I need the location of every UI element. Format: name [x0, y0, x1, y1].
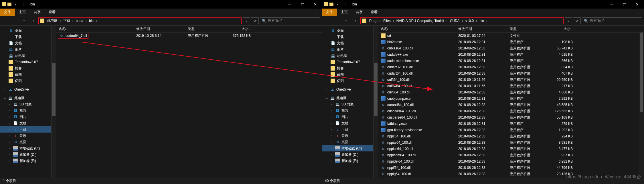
file-row[interactable]: ⚙cudnn64_7.dll 2019-10-28 6:14 应用程序扩展 37…	[56, 33, 322, 39]
col-date[interactable]: 修改日期	[458, 27, 510, 31]
list-scrollbar[interactable]	[639, 33, 644, 178]
breadcrumb-segment[interactable]: 下载	[62, 18, 71, 23]
file-row[interactable]: ⚙nppidei64_100.dll 2018-08-26 12:33 应用程序…	[378, 158, 644, 165]
sidebar-item[interactable]: ›🖼图片	[322, 114, 373, 120]
sidebar-item[interactable]: ›↓下载	[322, 126, 373, 133]
sidebar-item[interactable]: ›新加卷 (D:)	[322, 151, 373, 158]
nav-history-icon[interactable]: ▼	[20, 17, 28, 25]
file-row[interactable]: ⚙cublas64_100.dll 2018-08-26 12:33 应用程序扩…	[378, 45, 644, 51]
sidebar-item[interactable]: 截图	[322, 71, 373, 78]
sidebar-item[interactable]: ›🖼视频	[0, 107, 51, 114]
history-dropdown-icon[interactable]: ⌄	[243, 17, 250, 24]
col-name[interactable]: 名称	[381, 27, 458, 31]
sidebar-item[interactable]: ›♪音乐	[322, 133, 373, 139]
file-row[interactable]: cudafe++.exe 2018-08-26 12:31 应用程序 4,015…	[378, 51, 644, 58]
sidebar-item[interactable]: ›🖥桌面	[322, 139, 373, 145]
file-row[interactable]: ⚙nppicom64_100.dll 2018-08-26 12:33 应用程序…	[378, 152, 644, 158]
nav-forward-button[interactable]: →	[11, 17, 19, 25]
breadcrumb-segment[interactable]: NVIDIA GPU Computing Toolkit	[395, 19, 445, 23]
refresh-button[interactable]: ⟳	[251, 17, 259, 24]
sidebar-scrollbar[interactable]	[374, 26, 378, 178]
maximize-button[interactable]: ▢	[296, 0, 309, 9]
tab-share[interactable]: 共享	[30, 9, 45, 16]
nav-history-icon[interactable]: ▼	[342, 17, 350, 25]
file-row[interactable]: bin2c.exe 2018-08-26 12:31 应用程序 198 KB	[378, 39, 644, 45]
sidebar-item[interactable]: 博客	[322, 65, 373, 71]
breadcrumb-segment[interactable]: bin	[88, 19, 95, 23]
sidebar-item[interactable]: ›新加卷 (F:)	[322, 158, 373, 164]
minimize-button[interactable]: —	[605, 0, 618, 9]
breadcrumb-segment[interactable]: CUDA	[449, 19, 461, 23]
sidebar-onedrive[interactable]: ›☁OneDrive	[322, 86, 373, 93]
nav-up-button[interactable]: ↑	[29, 17, 37, 25]
navigation-sidebar[interactable]: 🖥桌面↓下载📄文档🖼图片💻此电脑Tensorflow2.07博客截图亿图›☁On…	[0, 26, 52, 178]
sidebar-item[interactable]: ›新加卷 (D:)	[0, 151, 51, 158]
file-row[interactable]: fatbinary.exe 2018-08-26 12:31 应用程序 279 …	[378, 121, 644, 127]
sidebar-item[interactable]: 💻此电脑	[0, 53, 51, 59]
col-type[interactable]: 类型	[188, 27, 222, 31]
sidebar-item[interactable]: Tensorflow2.07	[0, 59, 51, 65]
sidebar-item[interactable]: ›🖼视频	[322, 107, 373, 114]
sidebar-item[interactable]: 🖥桌面	[322, 27, 373, 34]
ribbon-expand-icon[interactable]: ⌄	[633, 9, 644, 16]
breadcrumb-bar[interactable]: 此电脑›下载›cuda›bin›	[38, 17, 242, 24]
sidebar-item[interactable]: 截图	[0, 71, 51, 78]
tab-home[interactable]: 主页	[15, 9, 30, 16]
sidebar-item[interactable]: 博客	[0, 65, 51, 71]
breadcrumb-segment[interactable]: bin	[478, 19, 485, 23]
sidebar-item[interactable]: 🖼图片	[322, 46, 373, 53]
nav-up-button[interactable]: ↑	[351, 17, 359, 25]
sidebar-item[interactable]: ›💻3D 对象	[0, 101, 51, 107]
qa-dropdown-icon[interactable]: ▾	[13, 1, 19, 7]
tab-file[interactable]: 文件	[0, 9, 15, 16]
sidebar-item[interactable]: 💻此电脑	[322, 53, 373, 59]
breadcrumb-bar[interactable]: Program Files›NVIDIA GPU Computing Toolk…	[360, 17, 564, 24]
sidebar-item[interactable]: 亿图	[0, 78, 51, 84]
qa-dropdown-icon[interactable]: ▾	[335, 1, 341, 7]
navigation-sidebar[interactable]: 🖥桌面↓下载📄文档🖼图片💻此电脑Tensorflow2.07博客截图亿图›☁On…	[322, 26, 374, 178]
tab-file[interactable]: 文件	[322, 9, 337, 16]
file-row[interactable]: ⚙cuinj64_100.dll 2018-08-26 12:33 应用程序扩展…	[378, 89, 644, 95]
history-dropdown-icon[interactable]: ⌄	[565, 17, 572, 24]
tab-view[interactable]: 查看	[367, 9, 382, 16]
sidebar-item[interactable]: ↓下载	[322, 34, 373, 40]
file-row[interactable]: ⚙cudart32_100.dll 2018-08-26 12:33 应用程序扩…	[378, 64, 644, 70]
col-date[interactable]: 修改日期	[136, 27, 188, 31]
sidebar-item[interactable]: ›📄文档	[322, 120, 373, 126]
search-input[interactable]: 🔍 搜索"bin"	[260, 17, 320, 24]
sidebar-item[interactable]: 🖼图片	[0, 46, 51, 53]
sidebar-item[interactable]: ›💻3D 对象	[322, 101, 373, 107]
sidebar-item[interactable]: 🖥桌面	[0, 27, 51, 34]
breadcrumb-segment[interactable]: 此电脑	[46, 18, 59, 23]
col-size[interactable]: 大小	[544, 27, 573, 31]
sidebar-item[interactable]: ›🖼图片	[0, 114, 51, 120]
ribbon-expand-icon[interactable]: ⌄	[311, 9, 322, 16]
sidebar-item[interactable]: ›本地磁盘 (C:)	[0, 145, 51, 151]
tab-share[interactable]: 共享	[352, 9, 367, 16]
sidebar-onedrive[interactable]: ›☁OneDrive	[0, 86, 51, 93]
nav-back-button[interactable]: ←	[324, 17, 332, 25]
refresh-button[interactable]: ⟳	[573, 17, 581, 24]
sidebar-item[interactable]: ›↓下载	[0, 126, 51, 133]
nav-forward-button[interactable]: →	[333, 17, 341, 25]
sidebar-item[interactable]: ›📄文档	[0, 120, 51, 126]
col-size[interactable]: 大小	[222, 27, 251, 31]
maximize-button[interactable]: ▢	[618, 0, 631, 9]
column-headers[interactable]: 名称 修改日期 类型 大小	[56, 26, 322, 33]
file-row[interactable]: ⚙cusparse64_100.dll 2018-08-26 12:33 应用程…	[378, 114, 644, 121]
file-row[interactable]: crt 2020-01-03 17:24 文件夹	[378, 33, 644, 39]
col-type[interactable]: 类型	[510, 27, 544, 31]
sidebar-item[interactable]: ›🖥桌面	[0, 139, 51, 145]
sidebar-thispc[interactable]: ⌄💻此电脑	[322, 95, 373, 101]
sidebar-item[interactable]: Tensorflow2.07	[322, 59, 373, 65]
breadcrumb-segment[interactable]: v10.0	[464, 19, 475, 23]
column-headers[interactable]: 名称 修改日期 类型 大小	[378, 26, 644, 33]
file-row[interactable]: ⚙cufft64_100.dll 2018-09-10 11:56 应用程序扩展…	[378, 77, 644, 83]
sidebar-item[interactable]: ›本地磁盘 (C:)	[322, 145, 373, 151]
sidebar-item[interactable]: ›新加卷 (F:)	[0, 158, 51, 164]
file-row[interactable]: ⚙nppial64_100.dll 2018-08-26 12:33 应用程序扩…	[378, 139, 644, 146]
tab-home[interactable]: 主页	[337, 9, 352, 16]
file-row[interactable]: ⚙curand64_100.dll 2018-08-26 12:33 应用程序扩…	[378, 102, 644, 108]
sidebar-item[interactable]: 📄文档	[322, 40, 373, 46]
file-row[interactable]: cuda-memcheck.exe 2018-08-26 12:31 应用程序 …	[378, 58, 644, 64]
